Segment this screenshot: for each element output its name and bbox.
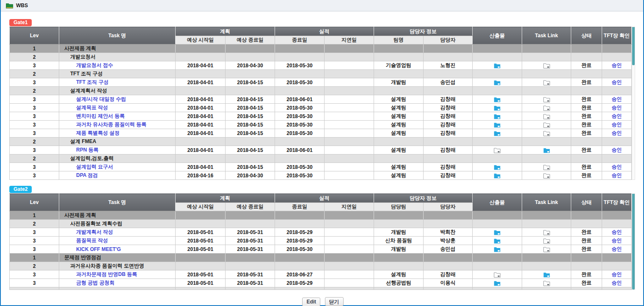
task-name-link[interactable]: 금형 공법 공청회 [76, 280, 115, 286]
tft-confirm-cell: 승인 [602, 78, 632, 87]
tft-confirm-link[interactable]: 승인 [612, 237, 622, 243]
tft-confirm-link[interactable]: 승인 [612, 121, 622, 127]
tft-confirm-link[interactable]: 승인 [612, 164, 622, 170]
task-link-folder-empty-icon[interactable] [543, 80, 550, 85]
task-name-link[interactable]: 설계/시작 대일정 수립 [76, 96, 126, 102]
actual-end-cell: 2018-05-30 [275, 112, 325, 121]
task-link-folder-empty-icon[interactable] [543, 114, 550, 119]
output-folder-icon[interactable] [494, 63, 501, 69]
task-name-link[interactable]: 벤치마킹 제안서 등록 [76, 113, 125, 119]
plan-end-cell [226, 53, 275, 61]
task-name-cell: 문제점 반영점검 [59, 254, 176, 262]
task-link-cell [522, 121, 571, 129]
gate-badge-gate2: Gate2 [9, 186, 32, 193]
tft-confirm-link[interactable]: 승인 [612, 172, 622, 178]
status-cell: 완료 [571, 171, 602, 180]
task-name-link[interactable]: 설계목표 작성 [76, 105, 108, 110]
task-link-cell [522, 245, 571, 254]
tft-confirm-link[interactable]: 승인 [612, 62, 622, 68]
plan-end-cell [226, 70, 275, 78]
task-name-link[interactable]: RPN 등록 [76, 147, 99, 153]
task-name-cell: 개발요청서 접수 [59, 61, 176, 70]
output-folder-icon[interactable] [494, 105, 501, 111]
task-link-cell [522, 154, 571, 163]
task-name-link[interactable]: 과거차문제점 반영DB 등록 [76, 271, 137, 277]
task-link-folder-empty-icon[interactable] [543, 281, 550, 286]
actual-end-cell [275, 211, 325, 220]
tft-confirm-link[interactable]: 승인 [612, 246, 622, 252]
task-name-link[interactable]: 설계입력 요구서 [76, 164, 113, 170]
output-cell [473, 237, 522, 245]
tft-confirm-link[interactable]: 승인 [612, 147, 622, 153]
lev-cell: 3 [10, 279, 59, 287]
tft-confirm-link[interactable]: 승인 [612, 271, 622, 277]
task-row: 3제품 특별특성 설정2018-04-012018-04-152018-05-3… [10, 129, 632, 138]
task-link-folder-icon[interactable] [543, 272, 550, 278]
task-link-folder-empty-icon[interactable] [543, 97, 550, 102]
task-row: 3설계/시작 대일정 수립2018-04-012018-04-152018-06… [10, 95, 632, 104]
team-cell: 설계팀 [374, 163, 424, 171]
task-name-link[interactable]: 과거차 유사차종 품질이력 등록 [76, 121, 146, 127]
output-folder-icon[interactable] [494, 173, 501, 179]
output-folder-icon[interactable] [494, 80, 501, 85]
tft-confirm-link[interactable]: 승인 [612, 229, 622, 235]
task-link-folder-empty-icon[interactable] [543, 105, 550, 111]
tft-confirm-link[interactable]: 승인 [612, 79, 622, 85]
output-folder-icon[interactable] [494, 131, 501, 136]
output-folder-icon[interactable] [494, 230, 501, 235]
status-cell: 완료 [571, 228, 602, 237]
tft-confirm-link[interactable]: 승인 [612, 130, 622, 136]
task-name-link[interactable]: 제품 특별특성 설정 [76, 130, 120, 136]
tft-confirm-link[interactable]: 승인 [612, 105, 622, 110]
scrollbar-thumb[interactable] [632, 194, 635, 289]
task-name-link[interactable]: KICK OFF MEET'G [76, 246, 121, 252]
tft-confirm-link[interactable]: 승인 [612, 280, 622, 286]
task-row: 1사전제품 계획 [10, 211, 632, 220]
task-name-link[interactable]: TFT 조직 구성 [76, 79, 109, 85]
edit-button[interactable]: Edit [302, 298, 320, 306]
output-folder-icon[interactable] [494, 165, 501, 170]
task-link-folder-empty-icon[interactable] [543, 131, 550, 136]
output-cell [473, 220, 522, 228]
task-name-link[interactable]: 품질목표 작성 [76, 237, 108, 243]
lev-cell: 2 [10, 70, 59, 78]
task-link-folder-empty-icon[interactable] [543, 173, 550, 179]
plan-start-cell: 2018-04-01 [176, 146, 226, 154]
output-folder-icon[interactable] [494, 247, 501, 252]
task-link-folder-empty-icon[interactable] [543, 238, 550, 244]
status-cell: 완료 [571, 279, 602, 287]
task-name-cell: 사전품질확보 계획수립 [59, 220, 176, 228]
close-button[interactable]: 닫기 [325, 297, 344, 306]
task-link-cell [522, 262, 571, 270]
output-folder-empty-icon[interactable] [494, 272, 501, 278]
output-folder-empty-icon[interactable] [494, 148, 501, 153]
team-cell: 개발팀 [374, 78, 424, 87]
task-link-folder-empty-icon[interactable] [543, 230, 550, 235]
output-folder-icon[interactable] [494, 122, 501, 128]
empty-cell [275, 287, 325, 290]
task-link-folder-empty-icon[interactable] [543, 165, 550, 170]
task-name-link[interactable]: 개발요청서 접수 [76, 62, 113, 68]
output-folder-icon[interactable] [494, 97, 501, 102]
vertical-scrollbar[interactable] [632, 27, 635, 180]
task-link-folder-empty-icon[interactable] [543, 122, 550, 128]
tft-confirm-link[interactable]: 승인 [612, 113, 622, 119]
output-folder-icon[interactable] [494, 281, 501, 286]
task-link-folder-icon[interactable] [543, 148, 550, 153]
empty-cell [522, 287, 571, 290]
vertical-scrollbar[interactable] [632, 193, 635, 290]
team-cell [374, 154, 424, 163]
task-row: 3과거차문제점 반영DB 등록2018-05-012018-05-312018-… [10, 270, 632, 279]
scrollbar-thumb[interactable] [632, 27, 635, 65]
task-link-folder-empty-icon[interactable] [543, 247, 550, 252]
delay-cell [325, 53, 374, 61]
task-link-folder-empty-icon[interactable] [543, 63, 550, 69]
task-name-link[interactable]: DPA 점검 [76, 172, 98, 178]
output-folder-icon[interactable] [494, 114, 501, 119]
task-row: 1사전제품 계획 [10, 44, 632, 53]
tft-confirm-link[interactable]: 승인 [612, 96, 622, 102]
task-name-link[interactable]: 개발계획서 작성 [76, 229, 113, 235]
lev-cell: 2 [10, 262, 59, 270]
output-folder-icon[interactable] [494, 238, 501, 244]
actual-end-cell [275, 254, 325, 262]
